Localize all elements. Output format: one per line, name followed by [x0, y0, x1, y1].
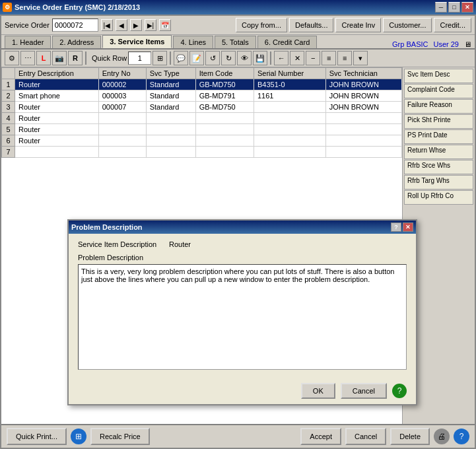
tab-totals[interactable]: 5. Totals [215, 36, 256, 48]
cell-technician[interactable] [325, 147, 401, 158]
table-row[interactable]: 2Smart phone000003StandardGB-MD7911161JO… [2, 90, 402, 102]
side-panel-item[interactable]: Complaint Code [404, 84, 473, 98]
tool-left[interactable]: ← [274, 51, 289, 65]
tab-header[interactable]: 1. Header [5, 36, 51, 48]
tool-comment[interactable]: 💬 [174, 51, 188, 65]
cancel-button[interactable]: Cancel [341, 383, 387, 399]
cell-entry_no[interactable] [98, 113, 146, 124]
tool-cols1[interactable]: ≡ [322, 51, 336, 65]
cell-entry_no[interactable]: 000003 [98, 90, 146, 102]
create-inv-button[interactable]: Create Inv [335, 18, 381, 32]
cell-item_code[interactable] [195, 113, 254, 124]
cell-technician[interactable] [325, 113, 401, 124]
cell-technician[interactable]: JOHN BROWN [325, 102, 401, 113]
service-order-input[interactable] [52, 18, 98, 32]
cell-desc[interactable]: Router [15, 102, 99, 113]
modal-close-btn[interactable]: ✕ [403, 223, 413, 232]
table-row[interactable]: 5Router [2, 124, 402, 135]
cell-entry_no[interactable]: 000007 [98, 102, 146, 113]
cell-serial[interactable]: 1161 [254, 90, 325, 102]
cell-serial[interactable] [254, 135, 325, 147]
tool-grid[interactable]: ⊞ [153, 51, 167, 65]
cell-item_code[interactable]: GB-MD750 [195, 102, 254, 113]
quick-row-input[interactable] [128, 52, 151, 65]
tool-menu[interactable]: ▾ [353, 51, 368, 65]
calendar-btn[interactable]: 📅 [159, 19, 171, 31]
cell-entry_no[interactable] [98, 124, 146, 135]
table-row[interactable]: 1Router000002StandardGB-MD750B4351-0JOHN… [2, 79, 402, 90]
cell-serial[interactable] [254, 102, 325, 113]
ok-button[interactable]: OK [301, 383, 335, 399]
cancel-bottom-button[interactable]: Cancel [345, 428, 386, 445]
table-row[interactable]: 7 [2, 147, 402, 158]
cell-desc[interactable]: Router [15, 79, 99, 90]
cell-desc[interactable]: Router [15, 135, 99, 147]
tab-address[interactable]: 2. Address [52, 36, 101, 48]
tab-credit-card[interactable]: 6. Credit Card [257, 36, 317, 48]
tool-cross[interactable]: ✕ [290, 51, 304, 65]
problem-desc-textarea[interactable] [78, 264, 407, 370]
table-row[interactable]: 3Router000007StandardGB-MD750JOHN BROWN [2, 102, 402, 113]
cell-svc_type[interactable] [146, 124, 195, 135]
table-row[interactable]: 4Router [2, 113, 402, 124]
tool-view1[interactable]: 👁 [237, 51, 252, 65]
cell-item_code[interactable]: GB-MD791 [195, 90, 254, 102]
delete-button[interactable]: Delete [390, 428, 430, 445]
cell-item_code[interactable] [195, 135, 254, 147]
cell-serial[interactable] [254, 147, 325, 158]
tool-L[interactable]: L [36, 51, 51, 65]
cell-svc_type[interactable] [146, 113, 195, 124]
cell-svc_type[interactable]: Standard [146, 102, 195, 113]
nav-last[interactable]: ▶| [145, 19, 156, 31]
cell-entry_no[interactable] [98, 147, 146, 158]
tool-cols2[interactable]: ≡ [337, 51, 352, 65]
side-panel-item[interactable]: PS Print Date [404, 129, 473, 144]
minimize-button[interactable]: ─ [435, 2, 447, 13]
cell-technician[interactable] [325, 124, 401, 135]
table-row[interactable]: 6Router [2, 135, 402, 147]
cell-desc[interactable] [15, 147, 99, 158]
tool-note[interactable]: 📝 [189, 51, 204, 65]
side-panel-item[interactable]: Return Whse [404, 145, 473, 159]
grp-basic-link[interactable]: Grp BASIC [392, 40, 428, 48]
user-29-link[interactable]: User 29 [433, 40, 459, 48]
cell-serial[interactable] [254, 124, 325, 135]
cell-serial[interactable]: B4351-0 [254, 79, 325, 90]
nav-first[interactable]: |◀ [101, 19, 113, 31]
defaults-button[interactable]: Defaults... [289, 18, 334, 32]
tab-service-items[interactable]: 3. Service Items [102, 35, 172, 48]
side-panel-item[interactable]: Roll Up Rfrb Co [404, 190, 473, 205]
nav-prev[interactable]: ◀ [116, 19, 127, 31]
cell-serial[interactable] [254, 113, 325, 124]
cell-svc_type[interactable]: Standard [146, 90, 195, 102]
help-circle-icon[interactable]: ? [454, 429, 469, 444]
cell-desc[interactable]: Smart phone [15, 90, 99, 102]
side-panel-item[interactable]: Rfrb Srce Whs [404, 160, 473, 174]
cell-technician[interactable]: JOHN BROWN [325, 90, 401, 102]
cell-svc_type[interactable]: Standard [146, 79, 195, 90]
side-panel-item[interactable]: Failure Reason [404, 99, 473, 114]
cell-item_code[interactable] [195, 124, 254, 135]
tool-settings[interactable]: ⚙ [5, 51, 19, 65]
close-button[interactable]: ✕ [461, 2, 473, 13]
tool-camera[interactable]: 📷 [52, 51, 67, 65]
nav-next[interactable]: ▶ [130, 19, 142, 31]
accept-button[interactable]: Accept [300, 428, 341, 445]
credit-button[interactable]: Credit... [434, 18, 471, 32]
cell-svc_type[interactable] [146, 147, 195, 158]
side-panel-item[interactable]: Rfrb Targ Whs [404, 175, 473, 190]
customer-button[interactable]: Customer... [383, 18, 432, 32]
tool-minus[interactable]: − [306, 51, 320, 65]
cell-item_code[interactable]: GB-MD750 [195, 79, 254, 90]
cell-technician[interactable] [325, 135, 401, 147]
maximize-button[interactable]: □ [448, 2, 460, 13]
tab-lines[interactable]: 4. Lines [173, 36, 213, 48]
copy-from-button[interactable]: Copy from... [236, 18, 287, 32]
cell-svc_type[interactable] [146, 135, 195, 147]
tool-refresh2[interactable]: ↻ [221, 51, 236, 65]
tool-refresh1[interactable]: ↺ [205, 51, 220, 65]
cell-desc[interactable]: Router [15, 113, 99, 124]
recalc-price-button[interactable]: Recalc Price [90, 428, 150, 445]
help-icon[interactable]: 🖥 [464, 40, 471, 48]
cell-technician[interactable]: JOHN BROWN [325, 79, 401, 90]
